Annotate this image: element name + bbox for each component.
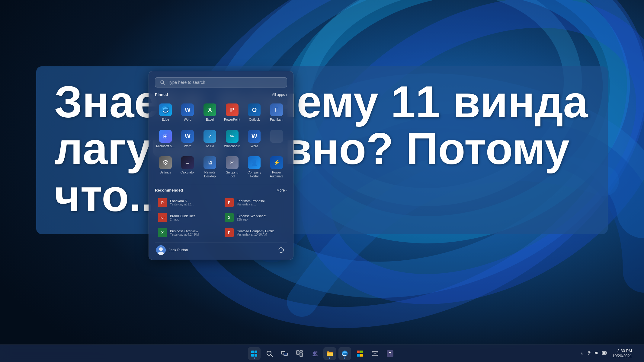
svg-rect-41 — [357, 351, 360, 353]
app-item-remote[interactable]: 🖥 Remote Desktop — [199, 154, 220, 180]
app-name-settings: Settings — [160, 170, 171, 174]
company-icon: 👤 — [248, 156, 261, 169]
teams-chat-button[interactable] — [308, 347, 321, 360]
power-button[interactable] — [276, 245, 286, 255]
battery-icon[interactable] — [601, 350, 608, 357]
svg-text:PDF: PDF — [160, 216, 165, 219]
overlay-banner: Знаете почему 11 винда лагучее говно? По… — [36, 66, 608, 234]
app-item-company[interactable]: 👤 Company Portal — [244, 154, 265, 180]
app-item-edge[interactable]: Edge — [155, 101, 176, 123]
mail-button[interactable] — [369, 347, 381, 360]
rec-item-fabrikam-s[interactable]: P Fabrikam S... Yesterday at 1:1... — [155, 195, 220, 209]
rec-business-info: Business Overview Yesterday at 4:24 PM — [170, 229, 217, 236]
app-item-word2[interactable]: W Word — [177, 128, 198, 150]
recommended-label: Recommended — [155, 188, 183, 192]
todo-icon: ✓ — [203, 130, 216, 143]
svg-rect-51 — [606, 352, 607, 354]
app-item-todo[interactable]: ✓ To Do — [199, 128, 220, 150]
rec-item-contoso[interactable]: P Contoso Company Profile Yesterday at 1… — [222, 226, 287, 240]
svg-rect-29 — [255, 354, 257, 357]
all-apps-chevron-icon: › — [286, 93, 287, 97]
app-item-snipping[interactable]: ✂ Snipping Tool — [222, 154, 243, 180]
app-item-whiteboard[interactable]: ✏ Whiteboard — [222, 128, 243, 150]
pinned-header: Pinned All apps › — [155, 92, 287, 97]
app-item-placeholder — [266, 128, 287, 150]
svg-text:X: X — [161, 231, 164, 235]
app-item-word3[interactable]: W Word — [244, 128, 265, 150]
app-item-automate[interactable]: ⚡ Power Automate — [266, 154, 287, 180]
app-name-word3: Word — [251, 144, 258, 148]
rec-business-name: Business Overview — [170, 229, 217, 233]
taskbar: T ∧ — [0, 345, 644, 362]
svg-rect-35 — [300, 351, 303, 352]
rec-business-time: Yesterday at 4:24 PM — [170, 233, 217, 236]
user-bar: Jack Purton — [155, 243, 287, 255]
remote-icon: 🖥 — [203, 156, 216, 169]
all-apps-label: All apps — [272, 93, 285, 97]
svg-point-22 — [159, 247, 163, 251]
clock[interactable]: 2:30 PM 10/20/2021 — [612, 348, 632, 359]
rec-item-expense[interactable]: X Expense Worksheet 12h ago — [222, 211, 287, 224]
app-name-snipping: Snipping Tool — [223, 170, 242, 178]
svg-text:P: P — [228, 201, 230, 205]
app-name-fabrikam: Fabrikam — [270, 118, 283, 122]
all-apps-link[interactable]: All apps › — [272, 93, 287, 97]
taskbar-teams-button[interactable]: T — [384, 347, 396, 360]
sound-icon[interactable] — [593, 350, 600, 357]
taskbar-edge-button[interactable] — [338, 347, 351, 360]
rec-item-fabrikam-p[interactable]: P Fabrikam Proposal Yesterday at... — [222, 195, 287, 209]
divider — [155, 184, 287, 184]
app-item-ms[interactable]: ⊞ Microsoft S... — [155, 128, 176, 150]
rec-brand-time: 2h ago — [170, 218, 217, 221]
rec-expense-icon: X — [225, 213, 234, 222]
recommended-grid: P Fabrikam S... Yesterday at 1:1... P Fa… — [155, 195, 287, 240]
start-menu: Type here to search Pinned All apps › — [149, 71, 293, 260]
tray-chevron-icon[interactable]: ∧ — [580, 351, 584, 356]
svg-rect-43 — [357, 354, 360, 357]
network-icon[interactable] — [585, 350, 592, 357]
svg-text:P: P — [161, 201, 164, 205]
widgets-button[interactable] — [293, 347, 306, 360]
overlay-line2: лагучее говно? Потому — [54, 124, 569, 173]
rec-item-business[interactable]: X Business Overview Yesterday at 4:24 PM — [155, 226, 220, 240]
ms-icon: ⊞ — [159, 130, 172, 143]
user-info[interactable]: Jack Purton — [156, 245, 188, 255]
app-grid-row3: ⚙ Settings = Calculator 🖥 Remote Desktop… — [155, 154, 287, 180]
app-item-settings[interactable]: ⚙ Settings — [155, 154, 176, 180]
rec-contoso-time: Yesterday at 10:50 AM — [237, 233, 284, 236]
taskbar-search-button[interactable] — [263, 347, 276, 360]
calculator-icon: = — [181, 156, 194, 169]
taskbar-right: ∧ — [580, 348, 638, 359]
app-item-word[interactable]: W Word — [177, 101, 198, 123]
app-grid-row2: ⊞ Microsoft S... W Word ✓ To Do ✏ Whiteb… — [155, 128, 287, 150]
rec-item-brand[interactable]: PDF Brand Guidelines 2h ago — [155, 211, 220, 224]
store-button[interactable] — [354, 347, 366, 360]
rec-fabrikam-p-icon: P — [225, 198, 234, 207]
search-bar[interactable]: Type here to search — [155, 77, 287, 87]
search-placeholder: Type here to search — [168, 80, 205, 85]
app-item-fabrikam[interactable]: F Fabrikam — [266, 101, 287, 123]
file-explorer-button[interactable] — [323, 347, 336, 360]
task-view-button[interactable] — [278, 347, 291, 360]
rec-expense-info: Expense Worksheet 12h ago — [237, 214, 284, 221]
fabrikam-icon: F — [270, 103, 283, 116]
app-item-calculator[interactable]: = Calculator — [177, 154, 198, 180]
user-name: Jack Purton — [169, 248, 188, 252]
rec-brand-name: Brand Guidelines — [170, 214, 217, 218]
rec-contoso-info: Contoso Company Profile Yesterday at 10:… — [237, 229, 284, 236]
rec-fabrikam-s-info: Fabrikam S... Yesterday at 1:1... — [170, 199, 217, 206]
app-item-outlook[interactable]: O Outlook — [244, 101, 265, 123]
word-icon: W — [181, 103, 194, 116]
whiteboard-icon: ✏ — [226, 130, 239, 143]
app-item-excel[interactable]: X Excel — [199, 101, 220, 123]
more-link[interactable]: More › — [277, 188, 287, 192]
app-name-remote: Remote Desktop — [200, 170, 219, 178]
svg-rect-42 — [360, 351, 363, 353]
svg-rect-50 — [602, 352, 605, 354]
tray-icons: ∧ — [580, 350, 608, 357]
app-item-powerpoint[interactable]: P PowerPoint — [222, 101, 243, 123]
rec-contoso-icon: P — [225, 228, 234, 237]
start-button[interactable] — [248, 347, 261, 360]
more-label: More — [277, 188, 285, 192]
rec-business-icon: X — [158, 228, 167, 237]
